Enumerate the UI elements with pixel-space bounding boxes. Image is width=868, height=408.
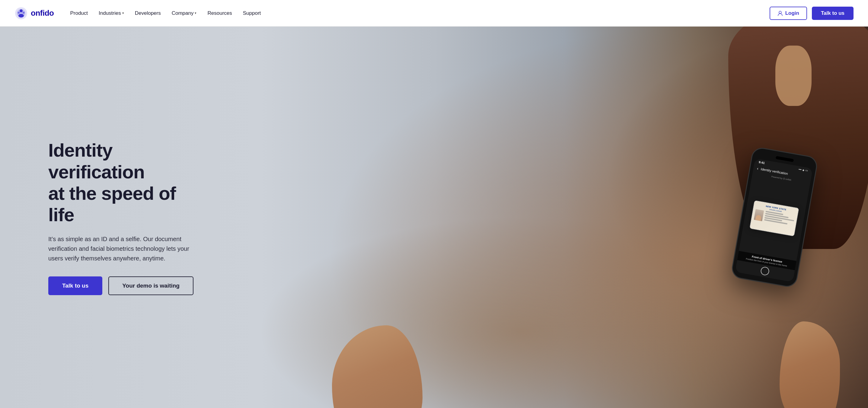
nav-link-developers[interactable]: Developers [131, 8, 165, 19]
nav-link-support[interactable]: Support [239, 8, 265, 19]
svg-point-5 [23, 11, 25, 13]
logo-text: onfido [31, 8, 54, 18]
nav-item-industries[interactable]: Industries ▾ [94, 8, 128, 19]
signal-icon: ▪▪▪ [799, 167, 802, 171]
svg-point-6 [779, 11, 781, 13]
navbar: onfido Product Industries ▾ Developers [0, 0, 868, 27]
talk-to-us-hero-button[interactable]: Talk to us [48, 276, 102, 295]
user-icon [777, 10, 783, 16]
svg-point-4 [18, 11, 20, 13]
navbar-left: onfido Product Industries ▾ Developers [14, 7, 265, 20]
logo[interactable]: onfido [14, 7, 54, 20]
nav-links: Product Industries ▾ Developers Company … [66, 8, 265, 19]
navbar-right: Login Talk to us [770, 7, 854, 20]
phone-status-icons: ▪▪▪ ◈ ▭ [799, 167, 809, 172]
battery-icon: ▭ [805, 169, 809, 172]
nav-link-industries[interactable]: Industries ▾ [94, 8, 128, 19]
onfido-logo-icon [14, 7, 28, 20]
nav-item-developers[interactable]: Developers [131, 8, 165, 19]
hero-title: Identity verification at the speed of li… [48, 139, 205, 225]
hero-description: It’s as simple as an ID and a selfie. Ou… [48, 234, 205, 263]
phone-capture-button[interactable] [760, 266, 770, 276]
nav-link-product[interactable]: Product [66, 8, 92, 19]
id-photo [754, 209, 764, 221]
login-button[interactable]: Login [770, 7, 807, 20]
hero-content: Identity verification at the speed of li… [0, 139, 205, 295]
nav-item-resources[interactable]: Resources [203, 8, 236, 19]
id-photo-face [755, 215, 762, 221]
id-card-mockup: NEW YORK STATE DRIVER LICENSE [749, 200, 799, 236]
nav-link-company[interactable]: Company ▾ [167, 8, 201, 19]
chevron-down-icon: ▾ [195, 11, 196, 15]
nav-item-company[interactable]: Company ▾ [167, 8, 201, 19]
nav-link-resources[interactable]: Resources [203, 8, 236, 19]
talk-to-us-button[interactable]: Talk to us [812, 7, 854, 20]
nav-item-product[interactable]: Product [66, 8, 92, 19]
nav-item-support[interactable]: Support [239, 8, 265, 19]
hero-buttons: Talk to us Your demo is waiting [48, 276, 205, 295]
svg-point-3 [19, 14, 24, 18]
hero-section: Identity verification at the speed of li… [0, 27, 868, 408]
demo-button[interactable]: Your demo is waiting [108, 276, 193, 295]
phone-time: 9:41 [758, 160, 765, 164]
chevron-down-icon: ▾ [122, 11, 124, 15]
phone-back-button[interactable]: ‹ [756, 166, 759, 171]
phone-notch [776, 156, 794, 162]
svg-point-2 [20, 9, 23, 12]
wifi-icon: ◈ [802, 168, 805, 171]
phone-card-area: NEW YORK STATE DRIVER LICENSE [739, 175, 810, 261]
